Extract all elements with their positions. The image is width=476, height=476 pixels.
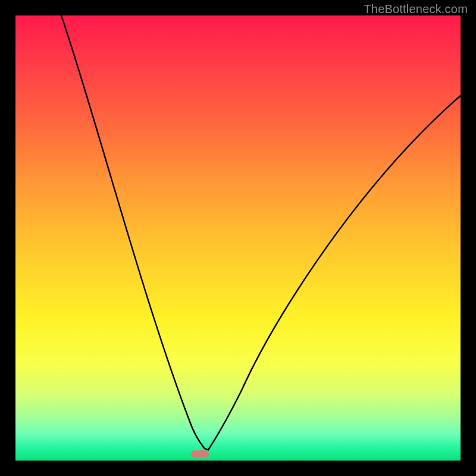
bottleneck-curve <box>15 15 461 461</box>
chart-frame: TheBottleneck.com <box>0 0 476 476</box>
watermark-text: TheBottleneck.com <box>364 2 468 16</box>
plot-area <box>15 15 461 461</box>
curve-path <box>61 15 461 450</box>
optimal-marker <box>191 450 209 458</box>
